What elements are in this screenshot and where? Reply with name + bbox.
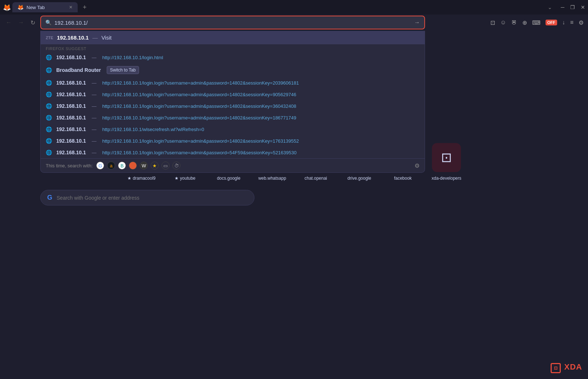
item-url: http://192.168.10.1/wlsecrefresh.wl?wlRe… bbox=[102, 127, 204, 132]
dropdown-item[interactable]: 🌐 Broadband Router Switch to Tab bbox=[41, 63, 425, 77]
item-address: 192.168.10.1 bbox=[56, 91, 86, 97]
globe-icon: 🌐 bbox=[46, 80, 52, 86]
account-icon[interactable]: ☺ bbox=[500, 19, 506, 26]
title-bar-right: ⌄ ─ ❐ ✕ bbox=[548, 4, 585, 10]
shortcut-label: docs.google bbox=[217, 176, 241, 181]
new-tab-button[interactable]: + bbox=[80, 2, 90, 13]
search-settings-icon[interactable]: ⚙ bbox=[415, 162, 420, 169]
nav-right-icons: ⊡ ☺ ⛨ ⊕ ⌨ OFF ↓ ≡ ⚙ bbox=[490, 19, 584, 26]
browser-logo-icon: 🦊 bbox=[3, 4, 10, 11]
item-address: 192.168.10.1 bbox=[56, 138, 86, 144]
title-bar: 🦊 🦊 New Tab ✕ + ⌄ ─ ❐ ✕ bbox=[0, 0, 588, 15]
item-dash: — bbox=[92, 80, 97, 86]
search-with-label: This time, search with: bbox=[46, 163, 93, 168]
item-url: http://192.168.10.1/login.login?username… bbox=[102, 150, 297, 155]
dropdown-item[interactable]: 🌐 192.168.10.1 — http://192.168.10.1/log… bbox=[41, 112, 425, 123]
refresh-button[interactable]: ↻ bbox=[29, 18, 37, 28]
item-address: 192.168.10.1 bbox=[56, 126, 86, 132]
dropdown-top-item[interactable]: ZTE 192.168.10.1 — Visit bbox=[41, 31, 425, 44]
item-dash: — bbox=[92, 55, 97, 60]
shortcut-label: web.whatsapp bbox=[258, 176, 286, 181]
item-url: http://192.168.10.1/login.html bbox=[102, 55, 163, 60]
tab-favicon-icon: 🦊 bbox=[17, 4, 24, 10]
search-icon: 🔍 bbox=[45, 20, 52, 25]
history-search-icon[interactable]: ⏱ bbox=[172, 162, 180, 170]
item-title: Broadband Router bbox=[56, 67, 101, 73]
item-url: http://192.168.10.1/login.login?username… bbox=[102, 138, 299, 144]
shortcut-item[interactable]: ⊡xda-developers bbox=[428, 143, 465, 181]
extensions-icon[interactable]: ⊕ bbox=[522, 19, 527, 26]
google-search-input[interactable] bbox=[57, 195, 248, 201]
dropdown-item[interactable]: 🌐 192.168.10.1 — http://192.168.10.1/log… bbox=[41, 100, 425, 112]
address-input[interactable] bbox=[54, 20, 414, 26]
minimize-button[interactable]: ─ bbox=[561, 4, 564, 10]
gamepad-icon[interactable]: ⌨ bbox=[532, 19, 540, 26]
wikipedia-search-icon[interactable]: W bbox=[140, 162, 148, 170]
window-controls: ─ ❐ ✕ bbox=[561, 4, 585, 10]
xda-icon: ⊡ bbox=[551, 363, 561, 373]
dropdown-item[interactable]: 🌐 192.168.10.1 — http://192.168.10.1/log… bbox=[41, 135, 425, 147]
item-dash: — bbox=[92, 103, 97, 109]
item-dash: — bbox=[92, 150, 97, 155]
menu-icon[interactable]: ≡ bbox=[570, 19, 573, 26]
shortcut-label: ★ youtube bbox=[175, 176, 195, 181]
globe-icon: 🌐 bbox=[46, 138, 52, 144]
top-item-dash: — bbox=[92, 34, 98, 41]
item-address: 192.168.10.1 bbox=[56, 150, 86, 155]
tab-title: New Tab bbox=[26, 5, 45, 10]
search-engines-list: GaB◉W★▭⏱ bbox=[96, 162, 180, 170]
item-dash: — bbox=[92, 92, 97, 97]
globe-icon: 🌐 bbox=[46, 103, 52, 109]
dropdown-item[interactable]: 🌐 192.168.10.1 — http://192.168.10.1/log… bbox=[41, 52, 425, 63]
go-button[interactable]: → bbox=[414, 19, 420, 26]
shortcut-label: drive.google bbox=[347, 176, 371, 181]
address-bar-area: 🔍 → ZTE 192.168.10.1 — Visit Firefox Sug… bbox=[40, 16, 425, 29]
settings-icon[interactable]: ⚙ bbox=[579, 19, 584, 26]
globe-icon: 🌐 bbox=[46, 115, 52, 121]
shortcut-label: chat.openai bbox=[305, 176, 327, 181]
back-button[interactable]: ← bbox=[4, 18, 13, 27]
item-url: http://192.168.10.1/login.login?username… bbox=[102, 92, 296, 97]
item-dash: — bbox=[92, 127, 97, 132]
address-dropdown: ZTE 192.168.10.1 — Visit Firefox Suggest… bbox=[40, 31, 425, 173]
bing-search-icon[interactable]: B bbox=[118, 162, 126, 170]
tab-strip: 🦊 🦊 New Tab ✕ + bbox=[3, 2, 90, 13]
item-url: http://192.168.10.1/login.login?username… bbox=[102, 103, 296, 109]
item-dash: — bbox=[92, 115, 97, 121]
close-button[interactable]: ✕ bbox=[581, 4, 585, 10]
dropdown-items-list: 🌐 192.168.10.1 — http://192.168.10.1/log… bbox=[41, 52, 425, 158]
item-url: http://192.168.10.1/login.login?username… bbox=[102, 80, 299, 86]
item-dash: — bbox=[92, 138, 97, 144]
shortcut-label: ★ dramacool9 bbox=[127, 176, 155, 181]
item-address: 192.168.10.1 bbox=[56, 103, 86, 109]
top-item-address: 192.168.10.1 bbox=[57, 34, 89, 41]
vpn-icon[interactable]: OFF bbox=[546, 20, 557, 25]
item-address: 192.168.10.1 bbox=[56, 54, 86, 60]
tab-search-icon[interactable]: ▭ bbox=[162, 162, 170, 170]
top-item-action: Visit bbox=[101, 34, 111, 41]
amazon-search-icon[interactable]: a bbox=[107, 162, 115, 170]
forward-button[interactable]: → bbox=[17, 18, 25, 27]
search-with-row: This time, search with: GaB◉W★▭⏱ ⚙ bbox=[41, 158, 425, 172]
dropdown-item[interactable]: 🌐 192.168.10.1 — http://192.168.10.1/log… bbox=[41, 147, 425, 158]
switch-to-tab-button[interactable]: Switch to Tab bbox=[107, 66, 139, 74]
shield-icon[interactable]: ⛨ bbox=[511, 19, 517, 26]
item-url: http://192.168.10.1/login.login?username… bbox=[102, 115, 296, 121]
duckduckgo-search-icon[interactable]: ◉ bbox=[129, 162, 137, 170]
dropdown-arrow-icon[interactable]: ⌄ bbox=[548, 4, 552, 10]
bookmark-search-icon[interactable]: ★ bbox=[151, 162, 159, 170]
globe-icon: 🌐 bbox=[46, 126, 52, 132]
dropdown-item[interactable]: 🌐 192.168.10.1 — http://192.168.10.1/log… bbox=[41, 77, 425, 89]
google-search-bar[interactable]: G bbox=[40, 190, 254, 205]
address-bar-wrapper[interactable]: 🔍 → bbox=[40, 16, 425, 29]
active-tab[interactable]: 🦊 New Tab ✕ bbox=[12, 2, 78, 12]
dropdown-item[interactable]: 🌐 192.168.10.1 — http://192.168.10.1/log… bbox=[41, 89, 425, 100]
dropdown-item[interactable]: 🌐 192.168.10.1 — http://192.168.10.1/wls… bbox=[41, 123, 425, 135]
globe-icon: 🌐 bbox=[46, 91, 52, 97]
downloads-icon[interactable]: ↓ bbox=[562, 19, 565, 26]
pocket-icon[interactable]: ⊡ bbox=[490, 19, 495, 26]
google-search-icon[interactable]: G bbox=[96, 162, 104, 170]
tab-close-button[interactable]: ✕ bbox=[69, 5, 73, 10]
restore-button[interactable]: ❐ bbox=[570, 4, 575, 10]
xda-text: XDA bbox=[564, 362, 582, 371]
